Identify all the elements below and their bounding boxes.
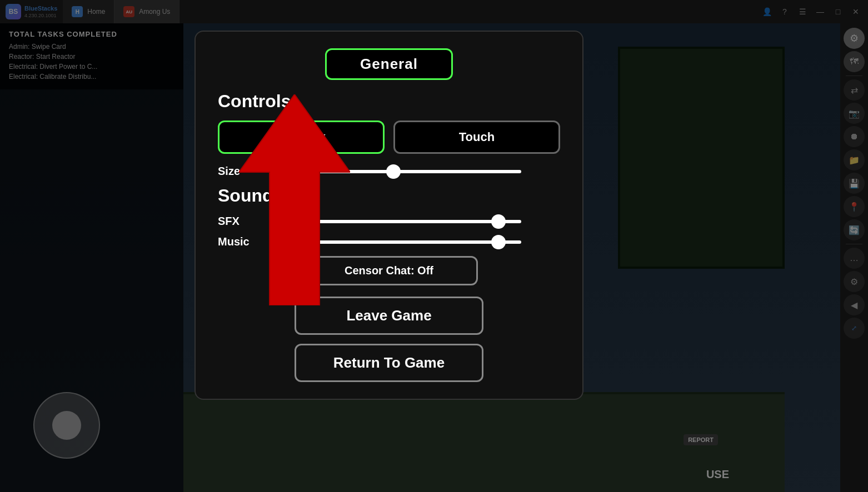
sfx-slider-track[interactable] [271, 220, 521, 223]
general-tab-button[interactable]: General [325, 48, 453, 80]
size-label: Size [218, 165, 262, 178]
leave-game-button[interactable]: Leave Game [295, 297, 483, 335]
music-slider-row: Music [218, 235, 560, 248]
controls-row: Joystick Touch [218, 121, 560, 154]
return-to-game-button[interactable]: Return To Game [295, 344, 483, 382]
settings-modal: General Controls Joystick Touch Size Sou… [194, 31, 583, 400]
controls-section-title: Controls [218, 91, 560, 112]
size-slider-row: Size [218, 165, 560, 178]
sound-section-title: Sound [218, 185, 560, 206]
size-slider-track[interactable] [271, 170, 521, 173]
music-slider-thumb[interactable] [491, 235, 506, 249]
music-slider-track[interactable] [271, 240, 521, 244]
censor-chat-button[interactable]: Censor Chat: Off [300, 256, 478, 285]
sfx-label: SFX [218, 215, 262, 228]
sfx-slider-thumb[interactable] [491, 214, 506, 229]
joystick-button[interactable]: Joystick [218, 121, 385, 154]
touch-button[interactable]: Touch [393, 121, 560, 154]
music-label: Music [218, 235, 262, 248]
size-slider-thumb[interactable] [386, 164, 401, 179]
sfx-slider-row: SFX [218, 215, 560, 228]
